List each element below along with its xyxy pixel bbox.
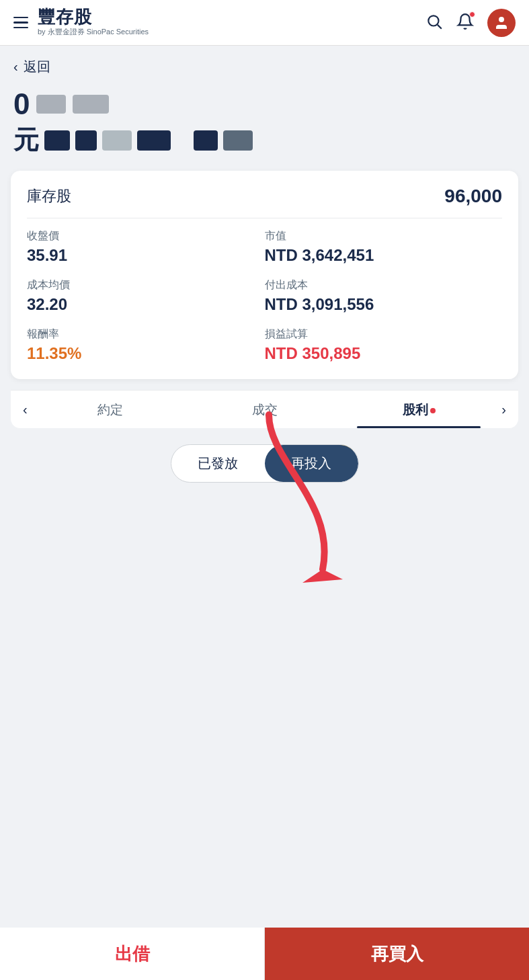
bottom-action-bar: 出借 再買入: [0, 928, 529, 980]
market-value-label: 市值: [265, 229, 503, 243]
pnl-item: 損益試算 NTD 350,895: [265, 327, 503, 363]
issued-option-wrapper: 已發放: [171, 445, 265, 482]
logo-area: 豐存股 by 永豐金證券 SinoPac Securities: [38, 8, 149, 37]
stock-card-header: 庫存股 96,000: [27, 186, 502, 218]
pnl-label: 損益試算: [265, 327, 503, 341]
redacted-dark-2: [75, 130, 97, 151]
metrics-grid: 收盤價 35.91 市值 NTD 3,642,451 成本均價 32.20 付出…: [27, 229, 502, 363]
arrow-annotation: [229, 408, 376, 596]
menu-button[interactable]: [13, 17, 28, 29]
svg-point-0: [428, 15, 438, 26]
redacted-light-1: [102, 130, 132, 151]
redacted-mid-1: [223, 130, 253, 151]
search-icon: [425, 13, 443, 30]
yield-label: 報酬率: [27, 327, 265, 341]
paid-cost-value: NTD 3,091,556: [265, 295, 503, 314]
avg-cost-value: 32.20: [27, 295, 265, 314]
account-summary: 0 元: [0, 83, 529, 171]
account-zero: 0: [13, 89, 30, 119]
tab-dividend[interactable]: 股利: [341, 391, 496, 428]
svg-line-1: [438, 25, 442, 29]
buy-button[interactable]: 再買入: [265, 928, 529, 980]
tabs-bar: ‹ 約定 成交 股利 ›: [11, 390, 518, 428]
header-left: 豐存股 by 永豐金證券 SinoPac Securities: [13, 8, 149, 37]
yield-value: 11.35%: [27, 344, 265, 363]
market-value-item: 市值 NTD 3,642,451: [265, 229, 503, 265]
back-label: 返回: [24, 58, 50, 76]
pnl-value: NTD 350,895: [265, 344, 503, 363]
content-area: 已發放 再投入 NEW: [0, 428, 529, 563]
redacted-dark-1: [44, 130, 70, 151]
logo-title: 豐存股: [38, 8, 149, 26]
lend-button[interactable]: 出借: [0, 928, 265, 980]
closing-price-value: 35.91: [27, 246, 265, 265]
tab-prev-arrow[interactable]: ‹: [17, 393, 33, 427]
dividend-toggle: 已發放 再投入 NEW: [171, 444, 359, 483]
search-button[interactable]: [425, 13, 443, 32]
tab-executed[interactable]: 成交: [188, 391, 342, 428]
redacted-dark-4: [194, 130, 218, 151]
logo-subtitle: by 永豐金證券 SinoPac Securities: [38, 27, 149, 37]
tab-dividend-dot: [430, 408, 436, 413]
user-avatar[interactable]: [487, 9, 516, 37]
app-header: 豐存股 by 永豐金證券 SinoPac Securities: [0, 0, 529, 46]
paid-cost-item: 付出成本 NTD 3,091,556: [265, 278, 503, 314]
paid-cost-label: 付出成本: [265, 278, 503, 292]
hamburger-icon: [13, 17, 28, 29]
tab-scheduled[interactable]: 約定: [33, 391, 188, 428]
closing-price-label: 收盤價: [27, 229, 265, 243]
back-navigation[interactable]: ‹ 返回: [0, 46, 529, 83]
redacted-block-2: [73, 95, 109, 114]
stock-card-label: 庫存股: [27, 186, 71, 206]
tab-next-arrow[interactable]: ›: [496, 393, 512, 427]
reinvest-tab[interactable]: 再投入: [265, 445, 358, 482]
market-value-value: NTD 3,642,451: [265, 246, 503, 265]
redacted-block-1: [36, 95, 66, 114]
header-right: [425, 9, 516, 37]
avg-cost-item: 成本均價 32.20: [27, 278, 265, 314]
notification-badge: [469, 11, 475, 17]
issued-tab[interactable]: 已發放: [171, 445, 265, 482]
notification-button[interactable]: [456, 13, 474, 32]
stock-card: 庫存股 96,000 收盤價 35.91 市值 NTD 3,642,451 成本…: [11, 171, 518, 379]
account-number-row: 0: [13, 89, 516, 119]
redacted-dark-3: [137, 130, 171, 151]
user-icon: [493, 15, 510, 31]
currency-row: 元: [13, 123, 516, 157]
reinvest-option-wrapper: 再投入 NEW: [265, 445, 358, 482]
svg-marker-3: [302, 569, 343, 583]
closing-price-item: 收盤價 35.91: [27, 229, 265, 265]
svg-point-2: [499, 17, 504, 22]
back-chevron-icon: ‹: [13, 59, 18, 75]
stock-card-value: 96,000: [444, 186, 502, 207]
yield-item: 報酬率 11.35%: [27, 327, 265, 363]
avg-cost-label: 成本均價: [27, 278, 265, 292]
currency-label: 元: [13, 123, 39, 157]
